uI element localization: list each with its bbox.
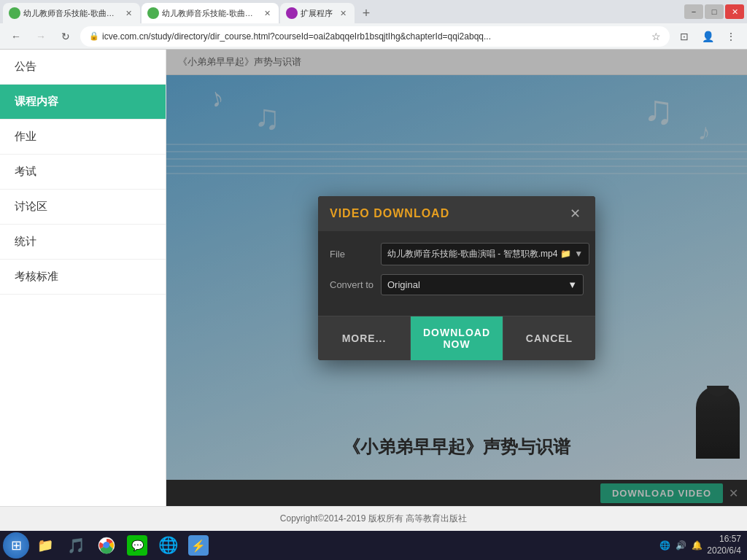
notification-icon: 🔔 xyxy=(689,538,704,553)
toolbar-icons: ⊡ 👤 ⋮ xyxy=(674,26,741,47)
sidebar-item-course-content[interactable]: 课程内容 xyxy=(0,85,166,120)
modal-overlay: VIDEO DOWNLOAD ✕ File 幼儿教师音乐技能-歌曲演唱 - 智慧… xyxy=(166,50,747,506)
convert-row: Convert to Original ▼ xyxy=(330,274,584,295)
tab-3-favicon xyxy=(286,7,298,19)
taskbar-chrome[interactable] xyxy=(92,534,121,557)
sidebar-item-standards[interactable]: 考核标准 xyxy=(0,260,166,295)
url-text: icve.com.cn/study/directory/dir_course.h… xyxy=(102,31,649,42)
modal-footer: MORE... DOWNLOAD NOW CANCEL xyxy=(318,316,595,360)
more-button[interactable]: MORE... xyxy=(318,316,411,360)
taskbar-wechat[interactable]: 💬 xyxy=(123,534,152,557)
sidebar-item-announcement[interactable]: 公告 xyxy=(0,50,166,85)
file-value: 幼儿教师音乐技能-歌曲演唱 - 智慧职教.mp4 xyxy=(387,248,557,260)
convert-dropdown-icon: ▼ xyxy=(568,279,577,290)
browser-frame: 幼儿教师音乐技能-歌曲演唱 - 智... ✕ 幼儿教师音乐技能-歌曲演唱 - 智… xyxy=(0,0,747,560)
ie-icon: 🌐 xyxy=(158,535,178,556)
modal-header: VIDEO DOWNLOAD ✕ xyxy=(318,196,595,231)
taskbar-right: 🌐 🔊 🔔 16:57 2020/6/4 xyxy=(657,534,744,556)
wechat-icon: 💬 xyxy=(127,535,147,556)
folder-icon: 📁 xyxy=(560,249,571,259)
tab-1-favicon xyxy=(9,7,20,19)
svg-point-7 xyxy=(104,543,109,548)
taskbar-media[interactable]: 🎵 xyxy=(61,534,90,557)
app6-icon: ⚡ xyxy=(188,535,209,556)
network-icon: 🌐 xyxy=(657,538,672,553)
sidebar-item-homework[interactable]: 作业 xyxy=(0,120,166,155)
window-controls: − □ ✕ xyxy=(684,4,744,19)
menu-icon[interactable]: ⋮ xyxy=(721,26,741,47)
taskbar-clock: 16:57 2020/6/4 xyxy=(707,534,741,556)
tab-1-label: 幼儿教师音乐技能-歌曲演唱 - 智... xyxy=(23,8,118,19)
file-label: File xyxy=(330,249,381,260)
sidebar-item-stats[interactable]: 统计 xyxy=(0,225,166,260)
taskbar-ie[interactable]: 🌐 xyxy=(153,534,182,557)
tab-3[interactable]: 扩展程序 ✕ xyxy=(280,3,355,23)
tab-bar: 幼儿教师音乐技能-歌曲演唱 - 智... ✕ 幼儿教师音乐技能-歌曲演唱 - 智… xyxy=(3,0,678,23)
refresh-button[interactable]: ↻ xyxy=(55,26,76,47)
sidebar: 公告 课程内容 作业 考试 讨论区 统计 考核标准 xyxy=(0,50,166,506)
media-icon: 🎵 xyxy=(66,535,86,556)
cast-icon[interactable]: ⊡ xyxy=(674,26,694,47)
back-button[interactable]: ← xyxy=(6,26,26,47)
file-row: File 幼儿教师音乐技能-歌曲演唱 - 智慧职教.mp4 📁 ▼ xyxy=(330,243,584,265)
page-footer: Copyright©2014-2019 版权所有 高等教育出版社 xyxy=(0,506,747,531)
tab-2[interactable]: 幼儿教师音乐技能-歌曲演唱 - 智... ✕ xyxy=(142,3,279,23)
new-tab-button[interactable]: + xyxy=(356,3,376,23)
tab-1[interactable]: 幼儿教师音乐技能-歌曲演唱 - 智... ✕ xyxy=(3,3,140,23)
modal-body: File 幼儿教师音乐技能-歌曲演唱 - 智慧职教.mp4 📁 ▼ Conver… xyxy=(318,231,595,316)
title-bar: 幼儿教师音乐技能-歌曲演唱 - 智... ✕ 幼儿教师音乐技能-歌曲演唱 - 智… xyxy=(0,0,747,23)
modal-title: VIDEO DOWNLOAD xyxy=(330,207,449,220)
minimize-button[interactable]: − xyxy=(684,4,703,19)
modal-close-button[interactable]: ✕ xyxy=(566,205,584,222)
tab-1-close[interactable]: ✕ xyxy=(123,7,134,19)
convert-label: Convert to xyxy=(330,279,381,290)
cancel-button[interactable]: CANCEL xyxy=(503,316,595,360)
video-download-modal: VIDEO DOWNLOAD ✕ File 幼儿教师音乐技能-歌曲演唱 - 智慧… xyxy=(318,196,595,360)
file-control[interactable]: 幼儿教师音乐技能-歌曲演唱 - 智慧职教.mp4 📁 ▼ xyxy=(381,243,589,265)
download-now-button[interactable]: DOWNLOAD NOW xyxy=(411,316,503,360)
file-explorer-icon: 📁 xyxy=(35,535,55,556)
volume-icon: 🔊 xyxy=(673,538,688,553)
convert-select[interactable]: Original ▼ xyxy=(381,274,584,295)
tab-3-label: 扩展程序 xyxy=(301,8,333,19)
taskbar-app6[interactable]: ⚡ xyxy=(184,534,213,557)
tab-3-close[interactable]: ✕ xyxy=(337,7,349,19)
chrome-icon xyxy=(96,535,117,556)
maximize-button[interactable]: □ xyxy=(705,4,724,19)
close-button[interactable]: ✕ xyxy=(725,4,744,19)
clock-time: 16:57 xyxy=(707,534,741,545)
content-area: 《小弟弟早早起》声势与识谱 ♪ ♫ ♫ ♪ xyxy=(166,50,747,506)
sidebar-item-exam[interactable]: 考试 xyxy=(0,155,166,190)
forward-button[interactable]: → xyxy=(31,26,51,47)
url-bar[interactable]: 🔒 icve.com.cn/study/directory/dir_course… xyxy=(80,26,670,47)
footer-text: Copyright©2014-2019 版权所有 高等教育出版社 xyxy=(280,513,467,524)
convert-value: Original xyxy=(387,279,420,290)
dropdown-icon: ▼ xyxy=(574,249,583,259)
bookmark-icon[interactable]: ☆ xyxy=(651,31,661,42)
tab-2-close[interactable]: ✕ xyxy=(261,7,273,19)
user-icon[interactable]: 👤 xyxy=(697,26,718,47)
sidebar-item-discussion[interactable]: 讨论区 xyxy=(0,190,166,225)
tab-2-favicon xyxy=(147,7,159,19)
lock-icon: 🔒 xyxy=(89,31,99,41)
clock-date: 2020/6/4 xyxy=(707,545,741,557)
address-bar: ← → ↻ 🔒 icve.com.cn/study/directory/dir_… xyxy=(0,23,747,50)
taskbar-file-explorer[interactable]: 📁 xyxy=(31,534,60,557)
system-tray-icons: 🌐 🔊 🔔 xyxy=(657,538,704,553)
tab-2-label: 幼儿教师音乐技能-歌曲演唱 - 智... xyxy=(162,8,257,19)
taskbar: ⊞ 📁 🎵 💬 🌐 xyxy=(0,531,747,560)
main-content: 公告 课程内容 作业 考试 讨论区 统计 考核标准 《小弟弟早早起》声势与识谱 … xyxy=(0,50,747,506)
start-button[interactable]: ⊞ xyxy=(3,532,29,559)
